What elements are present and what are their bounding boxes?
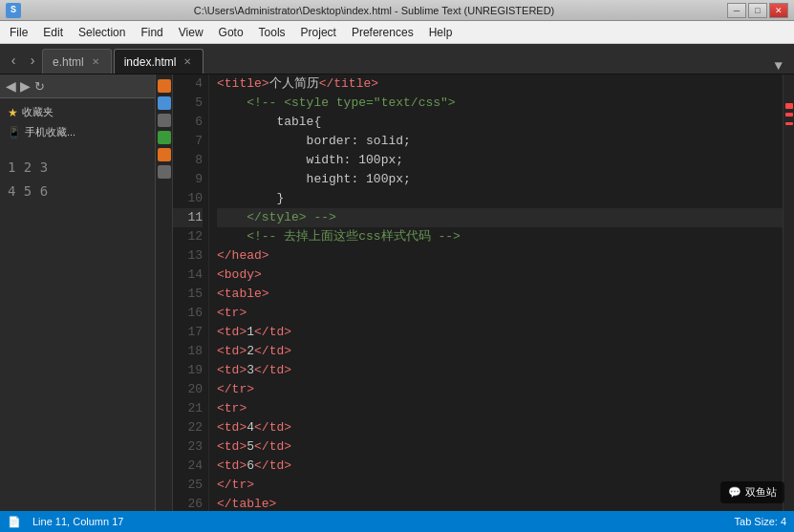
status-bar: 📄 Line 11, Column 17 Tab Size: 4 xyxy=(0,511,794,532)
sidebar-nav: ◀ ▶ ↻ xyxy=(0,74,155,98)
menu-goto[interactable]: Goto xyxy=(211,21,251,43)
line-num-26: 26 xyxy=(173,495,203,511)
tab-indexhtml[interactable]: index.html ✕ xyxy=(114,49,204,74)
star-icon: ★ xyxy=(8,106,18,119)
sidebar-indicator-gray xyxy=(158,114,171,127)
code-line-24: <td>6</td> xyxy=(217,457,783,476)
code-line-22: <td>4</td> xyxy=(217,418,783,437)
code-line-7: border: solid; xyxy=(217,132,783,151)
line-num-16: 16 xyxy=(173,304,203,323)
menu-project[interactable]: Project xyxy=(293,21,344,43)
code-line-25: </tr> xyxy=(217,476,783,495)
line-num-17: 17 xyxy=(173,323,203,342)
code-line-9: height: 100px; xyxy=(217,170,783,189)
app-icon: S xyxy=(6,3,21,18)
menu-file[interactable]: File xyxy=(2,21,35,43)
line-num-15: 15 xyxy=(173,285,203,304)
tab-ehtml[interactable]: e.html ✕ xyxy=(42,49,112,74)
line-num-14: 14 xyxy=(173,266,203,285)
line-num-6: 6 xyxy=(173,113,203,132)
tab-indexhtml-label: index.html xyxy=(124,55,177,69)
menu-edit[interactable]: Edit xyxy=(35,21,71,43)
code-line-5: <!-- <style type="text/css"> xyxy=(217,94,783,113)
tab-dropdown-button[interactable]: ▼ xyxy=(767,58,790,74)
title-bar-text: C:\Users\Administrator\Desktop\index.htm… xyxy=(25,5,723,16)
code-line-20: </tr> xyxy=(217,380,783,399)
status-bar-right: Tab Size: 4 xyxy=(735,516,786,527)
maximize-button[interactable]: □ xyxy=(748,3,767,18)
status-file-icon: 📄 xyxy=(8,516,21,528)
menu-bar: File Edit Selection Find View Goto Tools… xyxy=(0,21,794,44)
tab-ehtml-label: e.html xyxy=(53,55,84,69)
code-line-8: width: 100px; xyxy=(217,151,783,170)
window-controls: ─ □ ✕ xyxy=(727,3,788,18)
bookmarks-panel: ★ 收藏夹 📱 手机收藏... xyxy=(0,98,155,146)
minimap xyxy=(783,74,794,511)
line-num-11: 11 xyxy=(173,208,203,227)
menu-view[interactable]: View xyxy=(171,21,211,43)
line-num-24: 24 xyxy=(173,457,203,476)
sidebar-indicator-blue xyxy=(158,96,171,110)
menu-preferences[interactable]: Preferences xyxy=(344,21,421,43)
minimap-highlight3 xyxy=(785,122,793,125)
code-area[interactable]: <title>个人简历</title> <!-- <style type="te… xyxy=(209,74,783,511)
close-button[interactable]: ✕ xyxy=(769,3,788,18)
menu-find[interactable]: Find xyxy=(133,21,170,43)
code-line-18: <td>2</td> xyxy=(217,342,783,361)
line-num-21: 21 xyxy=(173,399,203,418)
line-num-22: 22 xyxy=(173,418,203,437)
line-num-12: 12 xyxy=(173,227,203,246)
refresh-button[interactable]: ↻ xyxy=(34,79,45,94)
status-position: Line 11, Column 17 xyxy=(32,516,123,527)
line-num-4: 4 xyxy=(173,74,203,94)
phone-icon: 📱 xyxy=(8,126,21,138)
sidebar: ◀ ▶ ↻ ★ 收藏夹 📱 手机收藏... 1 2 3 4 5 6 xyxy=(0,74,156,511)
line-num-7: 7 xyxy=(173,132,203,151)
line-num-13: 13 xyxy=(173,246,203,266)
line-num-18: 18 xyxy=(173,342,203,361)
sidebar-indicator-green xyxy=(158,131,171,144)
menu-selection[interactable]: Selection xyxy=(71,21,133,43)
mini-sidebar xyxy=(156,74,173,511)
line-numbers: 4567891011121314151617181920212223242526… xyxy=(173,74,209,511)
line-num-20: 20 xyxy=(173,380,203,399)
code-line-23: <td>5</td> xyxy=(217,437,783,457)
code-line-26: </table> xyxy=(217,495,783,511)
line-num-10: 10 xyxy=(173,189,203,208)
tab-indexhtml-close[interactable]: ✕ xyxy=(182,56,193,67)
code-line-19: <td>3</td> xyxy=(217,361,783,380)
menu-help[interactable]: Help xyxy=(421,21,461,43)
code-line-11: </style> --> xyxy=(217,208,783,227)
code-line-15: <table> xyxy=(217,285,783,304)
forward-button[interactable]: ▶ xyxy=(20,78,31,94)
back-button[interactable]: ◀ xyxy=(6,78,16,94)
code-line-14: <body> xyxy=(217,266,783,285)
bookmark-main[interactable]: ★ 收藏夹 xyxy=(2,102,153,122)
title-bar: S C:\Users\Administrator\Desktop\index.h… xyxy=(0,0,794,21)
tab-bar: ‹ › e.html ✕ index.html ✕ ▼ xyxy=(0,44,794,74)
code-line-12: <!-- 去掉上面这些css样式代码 --> xyxy=(217,227,783,246)
tab-ehtml-close[interactable]: ✕ xyxy=(90,56,101,67)
line-num-9: 9 xyxy=(173,170,203,189)
bookmark-label: 收藏夹 xyxy=(22,105,54,119)
editor-container: ◀ ▶ ↻ ★ 收藏夹 📱 手机收藏... 1 2 3 4 5 6 45 xyxy=(0,74,794,511)
phone-label: 手机收藏... xyxy=(25,125,75,139)
sidebar-indicator-orange2 xyxy=(158,148,171,161)
sidebar-indicator-gray2 xyxy=(158,165,171,179)
bookmark-phone[interactable]: 📱 手机收藏... xyxy=(2,122,153,142)
line-num-19: 19 xyxy=(173,361,203,380)
line-num-5: 5 xyxy=(173,94,203,113)
code-line-6: table{ xyxy=(217,113,783,132)
tab-prev-button[interactable]: ‹ xyxy=(4,47,23,74)
sidebar-numbers: 1 2 3 4 5 6 xyxy=(0,146,155,213)
line-num-25: 25 xyxy=(173,476,203,495)
code-line-21: <tr> xyxy=(217,399,783,418)
sidebar-indicator-orange xyxy=(158,79,171,93)
code-line-17: <td>1</td> xyxy=(217,323,783,342)
minimize-button[interactable]: ─ xyxy=(727,3,746,18)
line-num-8: 8 xyxy=(173,151,203,170)
line-num-23: 23 xyxy=(173,437,203,457)
menu-tools[interactable]: Tools xyxy=(251,21,293,43)
tab-next-button[interactable]: › xyxy=(23,47,42,74)
code-line-16: <tr> xyxy=(217,304,783,323)
